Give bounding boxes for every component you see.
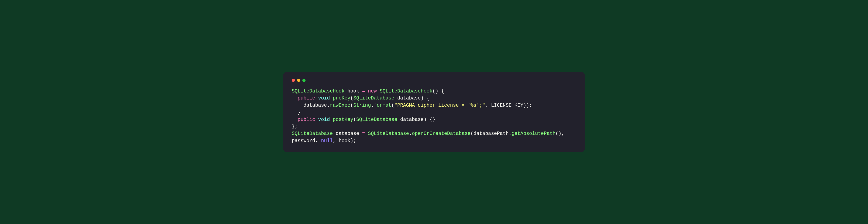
code-token: ( bbox=[470, 131, 473, 136]
code-block: SQLiteDatabaseHook hook = new SQLiteData… bbox=[292, 88, 576, 145]
code-token: SQLiteDatabaseHook bbox=[380, 89, 432, 94]
code-token: = bbox=[362, 131, 365, 136]
zoom-icon[interactable] bbox=[302, 79, 306, 82]
code-token: ( bbox=[350, 95, 353, 101]
code-token: , bbox=[333, 138, 336, 143]
code-token: void bbox=[318, 95, 330, 101]
close-icon[interactable] bbox=[292, 79, 295, 82]
code-token: {} bbox=[430, 117, 435, 122]
code-token: SQLiteDatabaseHook bbox=[292, 89, 344, 94]
code-token: , bbox=[561, 131, 564, 136]
code-token: , bbox=[315, 138, 318, 143]
code-token: preKey bbox=[333, 95, 350, 101]
code-token: public bbox=[298, 117, 315, 122]
code-token: SQLiteDatabase bbox=[368, 131, 409, 136]
code-token: null bbox=[321, 138, 333, 143]
code-token: new bbox=[368, 89, 377, 94]
code-token: { bbox=[441, 89, 444, 94]
code-token: ) bbox=[421, 95, 424, 101]
code-token: }; bbox=[292, 124, 298, 129]
code-token: { bbox=[427, 95, 430, 101]
code-token: databasePath bbox=[473, 131, 509, 136]
window-controls bbox=[292, 79, 576, 82]
code-token: ; bbox=[353, 138, 356, 143]
code-token: LICENSE_KEY bbox=[491, 103, 523, 108]
code-token: )) bbox=[523, 103, 529, 108]
code-token: postKey bbox=[333, 117, 353, 122]
code-token: database bbox=[400, 117, 424, 122]
code-token: String bbox=[353, 103, 371, 108]
code-token: hook bbox=[339, 138, 350, 143]
code-token: ( bbox=[353, 117, 356, 122]
code-token: openOrCreateDatabase bbox=[412, 131, 470, 136]
code-token: SQLiteDatabase bbox=[353, 95, 394, 101]
code-token: ( bbox=[391, 103, 394, 108]
code-token: . bbox=[508, 131, 512, 136]
code-token: = bbox=[362, 89, 365, 94]
code-token: SQLiteDatabase bbox=[356, 117, 397, 122]
code-token: ) bbox=[424, 117, 427, 122]
code-token: ; bbox=[529, 103, 532, 108]
code-token: ) bbox=[435, 89, 438, 94]
code-token: public bbox=[298, 95, 315, 101]
code-token: ) bbox=[350, 138, 353, 143]
code-token: getAbsolutePath bbox=[512, 131, 555, 136]
code-token: , bbox=[485, 103, 488, 108]
code-token: ( bbox=[433, 89, 435, 94]
code-token: . bbox=[371, 103, 374, 108]
code-token: database. bbox=[303, 103, 330, 108]
code-token: hook bbox=[347, 89, 359, 94]
code-window: SQLiteDatabaseHook hook = new SQLiteData… bbox=[283, 72, 585, 152]
code-token: () bbox=[555, 131, 561, 136]
code-token: . bbox=[409, 131, 412, 136]
minimize-icon[interactable] bbox=[297, 79, 300, 82]
code-token: rawExec bbox=[330, 103, 350, 108]
code-token: database bbox=[336, 131, 359, 136]
code-token: } bbox=[298, 110, 301, 115]
code-token: SQLiteDatabase bbox=[292, 131, 333, 136]
code-token: password bbox=[292, 138, 315, 143]
code-token: database bbox=[397, 95, 421, 101]
code-token: "PRAGMA cipher_license = '%s';" bbox=[394, 103, 485, 108]
code-token: format bbox=[374, 103, 392, 108]
code-token: void bbox=[318, 117, 330, 122]
code-token: ( bbox=[350, 103, 353, 108]
